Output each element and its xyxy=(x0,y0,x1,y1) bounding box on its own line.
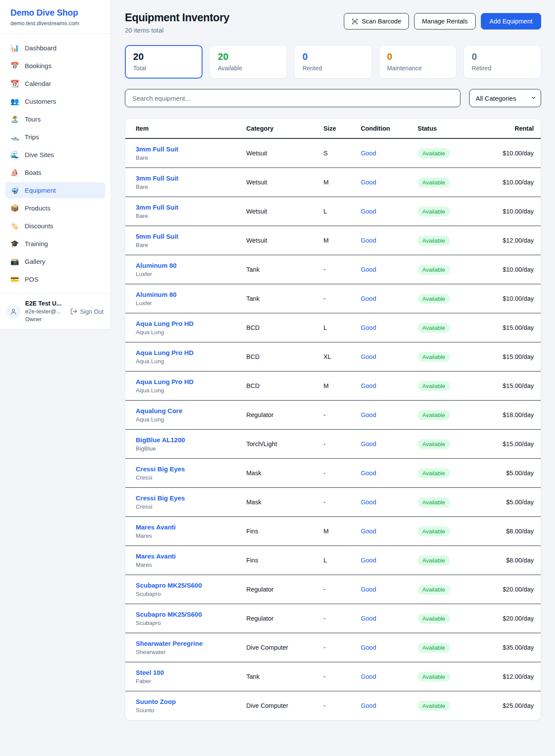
item-brand: BigBlue xyxy=(136,445,234,452)
status-badge: Available xyxy=(418,410,450,420)
item-size: - xyxy=(323,499,326,506)
sidebar-item-training[interactable]: 🎓 Training xyxy=(5,236,105,252)
item-name-link[interactable]: Cressi Big Eyes xyxy=(136,465,234,473)
item-category: BCD xyxy=(246,353,260,360)
item-category: Fins xyxy=(246,557,258,564)
item-condition-link[interactable]: Good xyxy=(361,470,376,477)
sidebar-item-dive-sites[interactable]: 🌊 Dive Sites xyxy=(5,147,105,163)
item-size: S xyxy=(323,150,328,157)
scan-barcode-button[interactable]: Scan Barcode xyxy=(344,13,409,30)
status-badge: Available xyxy=(418,236,450,246)
item-condition-link[interactable]: Good xyxy=(361,208,376,215)
item-size: - xyxy=(323,702,326,709)
item-condition-link[interactable]: Good xyxy=(361,382,376,389)
sidebar-item-tours[interactable]: 🏝️ Tours xyxy=(5,111,105,127)
item-size: M xyxy=(323,179,329,186)
item-brand: Scubapro xyxy=(136,620,234,626)
item-condition-link[interactable]: Good xyxy=(361,702,376,709)
item-name-link[interactable]: Scubapro MK25/S600 xyxy=(136,582,234,589)
item-name-link[interactable]: Mares Avanti xyxy=(136,523,234,531)
item-brand: Bare xyxy=(136,242,234,248)
sidebar-item-dashboard[interactable]: 📊 Dashboard xyxy=(5,40,105,56)
item-name-link[interactable]: 5mm Full Suit xyxy=(136,233,234,240)
item-name-link[interactable]: 3mm Full Suit xyxy=(136,174,234,182)
table-row: Aqua Lung Pro HD Aqua Lung BCD XL Good A… xyxy=(125,342,541,371)
item-condition-link[interactable]: Good xyxy=(361,411,376,418)
stat-card-total[interactable]: 20 Total xyxy=(125,45,202,79)
stat-value: 0 xyxy=(302,51,363,62)
item-name-link[interactable]: Cressi Big Eyes xyxy=(136,494,234,502)
status-badge: Available xyxy=(418,148,450,158)
stat-card-retired[interactable]: 0 Retired xyxy=(464,45,541,79)
item-name-link[interactable]: BigBlue AL1200 xyxy=(136,436,234,444)
item-name-link[interactable]: 3mm Full Suit xyxy=(136,204,234,211)
item-size: - xyxy=(323,673,326,680)
item-name-link[interactable]: Aqua Lung Pro HD xyxy=(136,320,234,327)
sidebar-item-boats[interactable]: ⛵ Boats xyxy=(5,164,105,181)
item-category: Wetsuit xyxy=(246,150,267,157)
item-condition-link[interactable]: Good xyxy=(361,150,376,157)
sidebar-item-bookings[interactable]: 📅 Bookings xyxy=(5,58,105,74)
sign-out-button[interactable]: Sign Out xyxy=(70,308,104,315)
item-condition-link[interactable]: Good xyxy=(361,266,376,273)
item-condition-link[interactable]: Good xyxy=(361,528,376,535)
item-condition-link[interactable]: Good xyxy=(361,673,376,680)
page-header-text: Equipment Inventory 20 items total xyxy=(125,11,229,34)
stat-card-available[interactable]: 20 Available xyxy=(209,45,287,79)
item-size: - xyxy=(323,440,326,447)
rental-price: $10.00/day xyxy=(503,295,534,302)
search-input[interactable] xyxy=(125,89,460,107)
page-title: Equipment Inventory xyxy=(125,11,229,24)
dive-sites-icon: 🌊 xyxy=(10,151,19,158)
item-condition-link[interactable]: Good xyxy=(361,557,376,564)
brand-title[interactable]: Demo Dive Shop xyxy=(10,8,100,18)
item-size: L xyxy=(323,324,327,331)
page-subtitle: 20 items total xyxy=(125,26,229,34)
item-name-link[interactable]: Steel 100 xyxy=(136,669,234,676)
item-condition-link[interactable]: Good xyxy=(361,499,376,506)
item-brand: Bare xyxy=(136,184,234,190)
sidebar-item-pos[interactable]: 💳 POS xyxy=(5,271,105,287)
item-condition-link[interactable]: Good xyxy=(361,295,376,302)
table-row: Shearwater Peregrine Shearwater Dive Com… xyxy=(125,633,541,662)
stat-card-rented[interactable]: 0 Rented xyxy=(294,45,372,79)
add-equipment-button[interactable]: Add Equipment xyxy=(481,13,541,30)
item-condition-link[interactable]: Good xyxy=(361,644,376,651)
item-size: - xyxy=(323,470,326,477)
item-name-link[interactable]: Scubapro MK25/S600 xyxy=(136,611,234,618)
item-condition-link[interactable]: Good xyxy=(361,615,376,622)
item-category: Mask xyxy=(246,470,261,477)
item-condition-link[interactable]: Good xyxy=(361,237,376,244)
item-size: - xyxy=(323,586,326,593)
status-badge: Available xyxy=(418,701,450,711)
table-row: BigBlue AL1200 BigBlue Torch/Light - Goo… xyxy=(125,430,541,459)
sidebar-item-customers[interactable]: 👥 Customers xyxy=(5,93,105,109)
item-name-link[interactable]: Suunto Zoop xyxy=(136,698,234,705)
sidebar-item-equipment[interactable]: 🤿 Equipment xyxy=(5,182,105,198)
brand-block: Demo Dive Shop demo.test.divestreams.com xyxy=(0,0,111,34)
item-name-link[interactable]: Aqua Lung Pro HD xyxy=(136,349,234,356)
sidebar-item-discounts[interactable]: 🏷️ Discounts xyxy=(5,218,105,234)
rental-price: $12.00/day xyxy=(503,673,534,680)
category-select[interactable]: All Categories xyxy=(469,89,541,107)
item-name-link[interactable]: Aluminum 80 xyxy=(136,291,234,298)
manage-rentals-button[interactable]: Manage Rentals xyxy=(414,13,476,30)
header-actions: Scan Barcode Manage Rentals Add Equipmen… xyxy=(344,13,541,30)
item-name-link[interactable]: 3mm Full Suit xyxy=(136,145,234,153)
item-name-link[interactable]: Aluminum 80 xyxy=(136,262,234,269)
sidebar-item-products[interactable]: 📦 Products xyxy=(5,200,105,216)
item-condition-link[interactable]: Good xyxy=(361,440,376,447)
sidebar-item-calendar[interactable]: 📆 Calendar xyxy=(5,76,105,92)
item-condition-link[interactable]: Good xyxy=(361,586,376,593)
item-name-link[interactable]: Aqualung Core xyxy=(136,407,234,414)
sidebar-item-gallery[interactable]: 📸 Gallery xyxy=(5,253,105,270)
stat-card-maintenance[interactable]: 0 Maintenance xyxy=(379,45,457,79)
item-condition-link[interactable]: Good xyxy=(361,324,376,331)
rental-price: $20.00/day xyxy=(503,615,534,622)
item-condition-link[interactable]: Good xyxy=(361,179,376,186)
item-name-link[interactable]: Aqua Lung Pro HD xyxy=(136,378,234,385)
item-condition-link[interactable]: Good xyxy=(361,353,376,360)
item-name-link[interactable]: Shearwater Peregrine xyxy=(136,640,234,647)
sidebar-item-trips[interactable]: 🛥️ Trips xyxy=(5,129,105,145)
item-name-link[interactable]: Mares Avanti xyxy=(136,552,234,560)
